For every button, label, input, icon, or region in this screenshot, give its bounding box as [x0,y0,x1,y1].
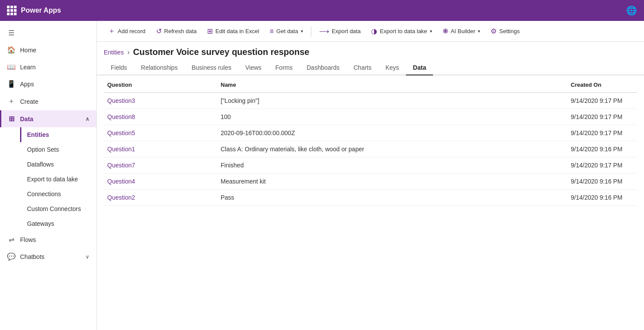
table-row: Question8 100 9/14/2020 9:17 PM [104,109,637,125]
learn-icon: 📖 [7,63,16,71]
chatbots-icon: 💬 [7,252,16,261]
col-header-created-on: Created On [567,75,637,93]
data-table-area: Question Name Created On Question3 ["Loc… [97,75,644,330]
settings-icon: ⚙ [491,27,497,35]
col-header-name: Name [217,75,567,93]
created-on-cell: 9/14/2020 9:17 PM [567,93,637,109]
sidebar-hamburger[interactable]: ☰ [0,24,96,41]
created-on-cell: 9/14/2020 9:16 PM [567,190,637,206]
name-cell: Class A: Ordinary materials, like cloth,… [217,141,567,157]
settings-button[interactable]: ⚙ Settings [486,24,524,38]
name-cell: Finished [217,157,567,174]
create-icon: ＋ [7,97,16,106]
globe-icon[interactable]: 🌐 [626,5,637,16]
question-link[interactable]: Question1 [107,146,135,153]
get-data-icon: ≡ [269,27,273,35]
tab-charts[interactable]: Charts [347,61,378,75]
question-cell: Question8 [104,109,217,125]
question-link[interactable]: Question5 [107,129,135,136]
main-content: ＋ Add record ↺ Refresh data ⊞ Edit data … [97,21,644,330]
data-icon: ⊞ [7,115,16,123]
question-cell: Question7 [104,157,217,174]
question-link[interactable]: Question7 [107,162,135,169]
sidebar-item-label: Home [20,47,36,54]
sidebar-sub-dataflows[interactable]: Dataflows [20,157,96,172]
table-row: Question5 2020-09-16T00:00:00.000Z 9/14/… [104,125,637,141]
data-table: Question Name Created On Question3 ["Loc… [104,75,637,206]
excel-icon: ⊞ [207,27,213,35]
export-icon: ⟶ [319,27,329,35]
name-cell: ["Locking pin"] [217,93,567,109]
sidebar-item-label: Apps [20,81,34,88]
created-on-cell: 9/14/2020 9:16 PM [567,141,637,157]
sidebar-sub-export-lake[interactable]: Export to data lake [20,172,96,187]
question-cell: Question2 [104,190,217,206]
sidebar-sub-entities[interactable]: Entities [20,127,96,142]
name-cell: 2020-09-16T00:00:00.000Z [217,125,567,141]
sidebar-item-data[interactable]: ⊞ Data ∧ [0,110,96,127]
question-link[interactable]: Question2 [107,194,135,201]
tab-business-rules[interactable]: Business rules [184,61,238,75]
question-cell: Question5 [104,125,217,141]
created-on-cell: 9/14/2020 9:17 PM [567,109,637,125]
sidebar-sub-connections[interactable]: Connections [20,187,96,201]
tab-data[interactable]: Data [406,61,433,75]
add-record-button[interactable]: ＋ Add record [104,24,150,38]
tab-keys[interactable]: Keys [378,61,406,75]
sidebar-item-home[interactable]: 🏠 Home [0,41,96,58]
table-row: Question3 ["Locking pin"] 9/14/2020 9:17… [104,93,637,109]
question-cell: Question4 [104,174,217,190]
sidebar-item-label: Create [20,98,38,105]
created-on-cell: 9/14/2020 9:17 PM [567,125,637,141]
breadcrumb: Entities › Customer Voice survey questio… [97,42,644,57]
apps-icon: 📱 [7,80,16,88]
name-cell: 100 [217,109,567,125]
question-cell: Question1 [104,141,217,157]
breadcrumb-link[interactable]: Entities [104,49,124,56]
tab-relationships[interactable]: Relationships [134,61,184,75]
ai-builder-button[interactable]: ❋ AI Builder ▾ [438,24,484,38]
sidebar-item-create[interactable]: ＋ Create [0,92,96,110]
tab-fields[interactable]: Fields [104,61,134,75]
table-row: Question4 Measurement kit 9/14/2020 9:16… [104,174,637,190]
tab-bar: Fields Relationships Business rules View… [97,57,644,75]
sidebar-sub-gateways[interactable]: Gateways [20,216,96,231]
grid-icon [7,6,17,15]
topbar: Power Apps 🌐 [0,0,644,21]
sidebar-item-label: Flows [20,236,36,243]
sidebar-item-learn[interactable]: 📖 Learn [0,58,96,75]
sidebar-item-flows[interactable]: ⇌ Flows [0,231,96,248]
sidebar-item-label: Chatbots [20,253,44,260]
get-data-button[interactable]: ≡ Get data ▾ [265,25,307,38]
refresh-icon: ↺ [156,27,162,35]
edit-excel-button[interactable]: ⊞ Edit data in Excel [203,24,263,38]
tab-dashboards[interactable]: Dashboards [300,61,347,75]
chevron-down-icon: ▾ [430,29,432,34]
chevron-down-icon: ▾ [478,29,480,34]
table-row: Question7 Finished 9/14/2020 9:17 PM [104,157,637,174]
refresh-data-button[interactable]: ↺ Refresh data [152,24,201,38]
breadcrumb-current: Customer Voice survey question response [133,47,309,57]
separator [311,26,311,37]
ai-icon: ❋ [443,27,448,35]
export-lake-icon: ◑ [371,27,377,35]
export-data-button[interactable]: ⟶ Export data [315,24,365,38]
hamburger-icon: ☰ [7,29,16,37]
export-lake-button[interactable]: ◑ Export to data lake ▾ [367,24,436,38]
tab-forms[interactable]: Forms [269,61,300,75]
table-row: Question1 Class A: Ordinary materials, l… [104,141,637,157]
sidebar-item-label: Data [20,116,33,122]
question-link[interactable]: Question8 [107,113,135,120]
sidebar-sub-option-sets[interactable]: Option Sets [20,142,96,157]
question-link[interactable]: Question3 [107,97,135,104]
tab-views[interactable]: Views [238,61,268,75]
chevron-down-icon: ∨ [85,254,89,260]
sidebar-item-chatbots[interactable]: 💬 Chatbots ∨ [0,248,96,265]
sidebar-item-apps[interactable]: 📱 Apps [0,75,96,92]
sidebar: ☰ 🏠 Home 📖 Learn 📱 Apps ＋ Create ⊞ Data [0,21,97,330]
question-link[interactable]: Question4 [107,178,135,185]
sidebar-item-label: Learn [20,64,36,71]
app-logo: Power Apps [7,6,61,15]
sidebar-sub-custom-connectors[interactable]: Custom Connectors [20,201,96,216]
question-cell: Question3 [104,93,217,109]
